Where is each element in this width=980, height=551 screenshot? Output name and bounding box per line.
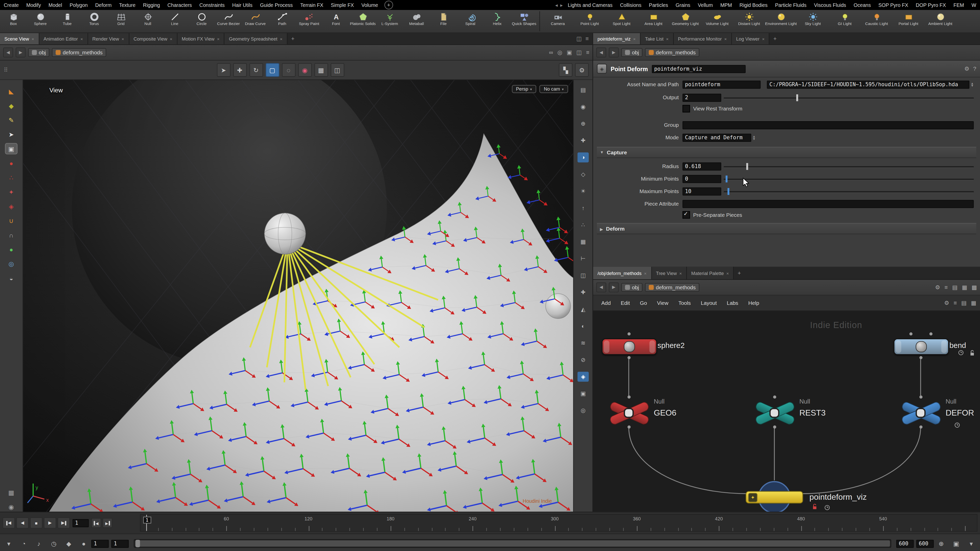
forward-button[interactable]: ▶ bbox=[609, 283, 619, 292]
shelf-tool-distant-light[interactable]: Distant Light bbox=[733, 10, 765, 32]
tab-close-icon[interactable]: × bbox=[280, 37, 283, 41]
tab-performance-monitor[interactable]: Performance Monitor× bbox=[673, 33, 732, 44]
grid-view-icon[interactable]: ▦ bbox=[962, 284, 967, 290]
output-field[interactable] bbox=[682, 94, 721, 102]
layout-icon[interactable]: ▤ bbox=[961, 300, 966, 306]
wrench-icon[interactable]: ⚙ bbox=[944, 300, 949, 306]
visualizers-icon[interactable]: ◭ bbox=[578, 304, 589, 314]
prev-key-button[interactable]: ◀ bbox=[91, 518, 101, 528]
thumb-view-icon[interactable]: ▩ bbox=[972, 284, 977, 290]
mode-dropdown[interactable] bbox=[682, 133, 751, 141]
new-tab-button[interactable]: + bbox=[287, 33, 298, 44]
piece-attribute-field[interactable] bbox=[682, 200, 974, 208]
shelf-tool-null[interactable]: Null bbox=[135, 10, 161, 32]
link-pane-icon[interactable]: ∞ bbox=[549, 49, 553, 56]
flood-icon[interactable]: ◈ bbox=[578, 372, 589, 382]
shelf-tool-point-light[interactable]: Point Light bbox=[574, 10, 606, 32]
forward-button[interactable]: ▶ bbox=[16, 48, 25, 57]
character-icon[interactable]: ✦ bbox=[6, 187, 17, 197]
asset-spinner[interactable]: ▲▼ bbox=[970, 82, 974, 87]
materials-icon[interactable]: ◐ bbox=[578, 321, 589, 331]
frame-ruler[interactable]: 1 60120180240300360420480540 bbox=[140, 514, 978, 532]
shelf-tool-camera[interactable]: Camera bbox=[542, 10, 574, 32]
breadcrumb-obj[interactable]: obj bbox=[621, 283, 643, 292]
tab-geometry-spreadsheet[interactable]: Geometry Spreadsheet× bbox=[224, 33, 287, 44]
shelf-tool-helix[interactable]: Helix bbox=[484, 10, 511, 32]
net-menu-layout[interactable]: Layout bbox=[697, 299, 721, 307]
menu-collisions[interactable]: Collisions bbox=[616, 2, 645, 8]
node-defor[interactable] bbox=[898, 402, 943, 424]
network-tools-icon[interactable]: ⚙ bbox=[935, 284, 940, 290]
tab-material-palette[interactable]: Material Palette× bbox=[687, 267, 734, 279]
menu-mpm[interactable]: MPM bbox=[717, 2, 736, 8]
menu-rigging[interactable]: Rigging bbox=[139, 2, 164, 8]
asset-path-field[interactable] bbox=[767, 80, 969, 89]
eye-icon[interactable]: ◎ bbox=[578, 405, 589, 415]
shelf-tool-circle[interactable]: Circle bbox=[188, 10, 215, 32]
shelf-tool-quick-shapes[interactable]: Quick Shapes bbox=[511, 10, 538, 32]
menu-hair-utils[interactable]: Hair Utils bbox=[228, 2, 256, 8]
split-pane-icon[interactable]: ◫ bbox=[576, 49, 582, 56]
paint-select-icon[interactable]: ◆ bbox=[6, 100, 17, 110]
range-start-sub-field[interactable] bbox=[111, 540, 129, 548]
teapot-icon[interactable]: ◒ bbox=[6, 273, 17, 283]
range-bar[interactable] bbox=[135, 540, 890, 546]
breadcrumb-node[interactable]: deform_methods bbox=[645, 48, 700, 57]
node-geo6[interactable] bbox=[606, 402, 651, 424]
min-points-slider[interactable] bbox=[724, 175, 974, 183]
range-lock-icon[interactable]: ▣ bbox=[951, 538, 961, 548]
shelf-tool-spray-paint[interactable]: Spray Paint bbox=[296, 10, 322, 32]
playback-menu-icon[interactable]: ▾ bbox=[4, 538, 14, 548]
node-bend[interactable] bbox=[894, 338, 949, 355]
tab-animation-editor[interactable]: Animation Editor× bbox=[39, 33, 88, 44]
menu-guide-process[interactable]: Guide Process bbox=[256, 2, 297, 8]
menu-sop-pyro-fx[interactable]: SOP Pyro FX bbox=[875, 2, 912, 8]
persp-view-button[interactable]: Persp bbox=[512, 85, 536, 93]
tab-close-icon[interactable]: × bbox=[217, 37, 220, 41]
menubar-scroll-right-icon[interactable]: ▸ bbox=[559, 2, 564, 8]
select-arrow-icon[interactable]: ➤ bbox=[6, 129, 17, 139]
asset-name-field[interactable] bbox=[682, 80, 760, 89]
grid-icon[interactable]: ▦ bbox=[578, 237, 589, 247]
shelf-tool-tube[interactable]: Tube bbox=[54, 10, 81, 32]
shelf-tool-platonic-solids[interactable]: Platonic Solids bbox=[349, 10, 376, 32]
menu-lights-and-cameras[interactable]: Lights and Cameras bbox=[564, 2, 616, 8]
group-field[interactable] bbox=[682, 121, 974, 129]
anim-options-icon[interactable]: ◔ bbox=[19, 538, 29, 548]
pane-menu-icon[interactable]: ≡ bbox=[585, 36, 589, 42]
audio-icon[interactable]: ♪ bbox=[34, 538, 44, 548]
range-start-field[interactable] bbox=[91, 540, 109, 548]
shelf-tool-sky-light[interactable]: Sky Light bbox=[797, 10, 829, 32]
handles-icon[interactable]: ✚ bbox=[578, 287, 589, 297]
shelf-tool-gi-light[interactable]: GI Light bbox=[829, 10, 861, 32]
shelf-tool-line[interactable]: Line bbox=[161, 10, 188, 32]
tab-close-icon[interactable]: × bbox=[121, 37, 124, 41]
list-view-icon[interactable]: ≡ bbox=[945, 284, 948, 290]
clip-icon[interactable]: ⊘ bbox=[578, 355, 589, 365]
shelf-tools-icon[interactable]: ◣ bbox=[6, 86, 17, 96]
follow-selection-icon[interactable]: ◎ bbox=[557, 49, 562, 56]
lasso-select-icon[interactable]: ◌ bbox=[282, 63, 295, 77]
home-view-icon[interactable]: ⊕ bbox=[578, 119, 589, 129]
visible-select-icon[interactable]: ▦ bbox=[314, 63, 328, 77]
shelf-tool-spiral[interactable]: Spiral bbox=[457, 10, 484, 32]
view-rest-checkbox[interactable] bbox=[682, 105, 690, 112]
menu-fem[interactable]: FEM bbox=[950, 2, 968, 8]
net-menu-labs[interactable]: Labs bbox=[722, 299, 742, 307]
net-menu-help[interactable]: Help bbox=[744, 299, 764, 307]
shelf-tool-area-light[interactable]: Area Light bbox=[638, 10, 670, 32]
shelf-tool-metaball[interactable]: Metaball bbox=[403, 10, 430, 32]
magnet-u-icon[interactable]: ∪ bbox=[6, 216, 17, 225]
tab-motion-fx-view[interactable]: Motion FX View× bbox=[177, 33, 224, 44]
shelf-tool-curve-bezier[interactable]: Curve Bezier bbox=[215, 10, 242, 32]
shaded-mode-icon[interactable]: ◑ bbox=[578, 152, 589, 162]
menu-characters[interactable]: Characters bbox=[164, 2, 196, 8]
breadcrumb-node[interactable]: deform_methods bbox=[645, 283, 700, 292]
shelf-tool-portal-light[interactable]: Portal Light bbox=[892, 10, 924, 32]
tab-close-icon[interactable]: × bbox=[170, 37, 172, 41]
set-key-icon[interactable]: ◆ bbox=[64, 538, 74, 548]
pane-split-icon[interactable]: ◫ bbox=[576, 36, 582, 42]
display-flag-icon[interactable]: ✦ bbox=[748, 492, 757, 502]
tab-pointdeform-viz[interactable]: pointdeform_viz× bbox=[593, 33, 641, 44]
cluster-icon[interactable]: ◈ bbox=[6, 201, 17, 211]
